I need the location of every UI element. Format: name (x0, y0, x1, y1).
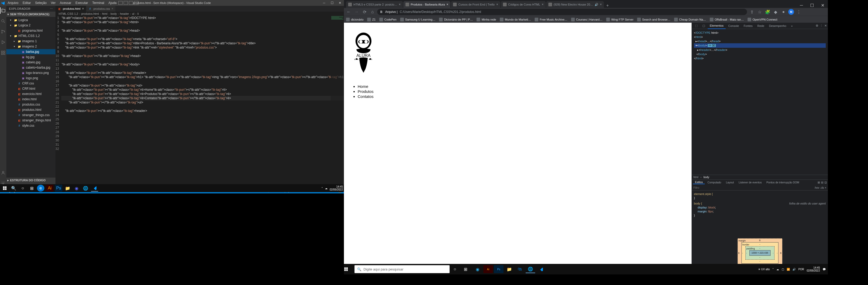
tree-item[interactable]: ◧produtos.html (6, 107, 56, 112)
menu-arquivo[interactable]: Arquivo (6, 1, 20, 5)
volume-icon[interactable]: 🔊 (793, 268, 796, 271)
vscode-taskbar-icon[interactable] (91, 185, 98, 191)
tree-item[interactable]: #style.css (6, 123, 56, 128)
chevron-up-icon[interactable]: ˄ (772, 268, 774, 271)
styles-filter-input[interactable] (693, 186, 727, 189)
explorer-icon[interactable] (0, 7, 6, 14)
back-button[interactable]: ← (345, 9, 352, 15)
styles-toggles[interactable]: :hov .cls + (814, 186, 826, 189)
cortana-right-icon[interactable]: ○ (450, 267, 460, 272)
language-indicator[interactable]: POR (798, 268, 804, 271)
pinned-ext2-icon[interactable]: ● (780, 9, 787, 15)
chrome-pin-icon[interactable]: 🌐 (526, 265, 535, 273)
maximize-button[interactable]: ☐ (328, 1, 336, 5)
device-icon[interactable]: ▢ (700, 23, 707, 29)
bookmark-item[interactable]: OpenVPN Connect (748, 18, 777, 22)
tree-item[interactable]: ◧stranger_things.html (6, 118, 56, 123)
bookmark-item[interactable]: dicionário (346, 18, 364, 22)
tree-item[interactable]: #CRF.css (6, 81, 56, 86)
menu-seleção[interactable]: Seleção (33, 1, 48, 5)
chrome-icon[interactable]: 🌐 (82, 185, 89, 191)
breadcrumb-item[interactable]: body (111, 12, 117, 15)
more-tabs[interactable]: » (789, 23, 795, 29)
devtools-breadcrumb[interactable]: html›body (692, 175, 828, 179)
code-editor[interactable]: 1234567891011121314151617181920212223242… (56, 16, 344, 188)
bookmark-item[interactable]: Minha rede (476, 18, 496, 22)
box-model[interactable]: margin 8888 border ---- padding ---- 158… (738, 238, 782, 268)
illustrator-icon[interactable]: Ai (46, 185, 53, 191)
styles-tab[interactable]: Computado (705, 181, 723, 184)
search-icon[interactable] (0, 18, 6, 24)
clock-left[interactable]: 14:4502/06/2022 (330, 185, 343, 191)
menu-acessar[interactable]: Acessar (58, 1, 73, 5)
breadcrumbs[interactable]: HTML.CSS 1,2›produtos.html›html›body›hea… (56, 12, 344, 16)
start-button-right[interactable] (344, 267, 354, 271)
breadcrumb-item[interactable]: li (137, 12, 139, 15)
tree-item[interactable]: ▣logo.png (6, 75, 56, 81)
devtools-tab-desempenho[interactable]: Desempenho (767, 23, 788, 29)
share-icon[interactable]: ⇪ (749, 9, 755, 15)
breadcrumb-item[interactable]: HTML.CSS 1,2 (59, 12, 78, 15)
bookmark-item[interactable]: Free Music Archive… (535, 18, 567, 22)
minimap[interactable] (331, 16, 344, 188)
tree-item[interactable]: #stranger_things.css (6, 112, 56, 118)
bookmark-item[interactable]: Samsung U Learning… (400, 18, 435, 22)
menu-ajuda[interactable]: Ajuda (107, 1, 119, 5)
devtools-tab-console[interactable]: Console (726, 23, 741, 29)
breadcrumb-item[interactable]: produtos.html (81, 12, 99, 15)
devtools-close-icon[interactable]: ✕ (825, 24, 827, 28)
styles-tab[interactable]: Listener de eventos (737, 181, 764, 184)
menu-executar[interactable]: Executar (74, 1, 90, 5)
editor-tab[interactable]: ◧produtos.html× (56, 6, 86, 12)
onedrive-icon[interactable]: ☁ (325, 187, 328, 190)
close-tab-icon[interactable]: × (112, 7, 113, 10)
account-icon[interactable] (0, 170, 6, 176)
styles-tab[interactable]: Pontos de interrupção DOM (764, 181, 801, 184)
meet-now-icon[interactable]: ▢ (782, 268, 784, 271)
close-icon[interactable]: ✕ (817, 3, 828, 8)
weather-widget[interactable]: ☀ UV alto (758, 268, 770, 271)
start-button[interactable] (1, 185, 8, 191)
breadcrumb-item[interactable]: header (120, 12, 129, 15)
chrome-menu-icon[interactable]: ⋮ (796, 9, 802, 15)
tree-item[interactable]: ▾📁Logica (6, 17, 56, 23)
bookmark-item[interactable]: CodePen (379, 18, 397, 22)
bookmark-item[interactable]: Z1 (367, 18, 376, 22)
minimize-icon[interactable]: ─ (796, 3, 807, 8)
devtools-menu-icon[interactable]: ⋮ (820, 24, 823, 28)
taskview-icon[interactable]: ⊞ (28, 185, 35, 191)
tree-item[interactable]: ▾📁Logica 2 (6, 23, 56, 28)
devtools-tab-fontes[interactable]: Fontes (741, 23, 755, 29)
wifi-icon[interactable]: 📶 (787, 268, 790, 271)
tree-item[interactable]: ▸📁imagens 1 (6, 39, 56, 44)
vscode-pin-icon[interactable] (536, 265, 546, 273)
tree-item[interactable]: ◧programa.html (6, 28, 56, 33)
cortana-icon[interactable]: ○ (19, 185, 26, 191)
tree-item[interactable]: ◧CRF.html (6, 86, 56, 91)
onedrive-right-icon[interactable]: ☁ (776, 268, 779, 271)
outline-section[interactable]: ▸ESTRUTURA DO CÓDIGO (6, 178, 56, 183)
close-tab-icon[interactable]: × (399, 3, 401, 6)
ps-pin-icon[interactable]: Ps (494, 265, 503, 273)
dom-tree[interactable]: <!DOCTYPE html><html> ▸<head>…</head> ▾<… (692, 29, 828, 175)
profile-avatar[interactable]: M (788, 9, 794, 15)
tree-item[interactable]: ◧exercicio.html (6, 91, 56, 97)
tray-chevron-icon[interactable]: ˄ (321, 187, 323, 190)
inspect-icon[interactable]: ⬚ (693, 23, 700, 29)
tree-item[interactable]: ▣bg.jpg (6, 55, 56, 60)
run-debug-icon[interactable] (0, 39, 6, 45)
close-tab-icon[interactable]: × (600, 3, 602, 6)
devtools-tab-rede[interactable]: Rede (755, 23, 766, 29)
styles-tab[interactable]: Estilos (693, 181, 705, 184)
taskview-right-icon[interactable]: ⊞ (460, 267, 471, 272)
tree-item[interactable]: ▣barba.jpg (6, 49, 56, 55)
maximize-icon[interactable]: ☐ (807, 3, 817, 8)
taskbar-search[interactable]: 🔍Digite aqui para pesquisar (354, 265, 450, 273)
browser-tab[interactable]: Códigos de Cores HTML× (501, 1, 546, 8)
close-tab-icon[interactable]: × (496, 3, 498, 6)
audio-icon[interactable]: 🔊 (595, 3, 598, 6)
extensions-puzzle-icon[interactable]: 🧩 (765, 9, 771, 15)
discord-icon[interactable]: ◉ (73, 185, 80, 191)
close-tab-icon[interactable]: × (542, 3, 544, 6)
file-explorer-icon[interactable]: 📁 (64, 185, 71, 191)
